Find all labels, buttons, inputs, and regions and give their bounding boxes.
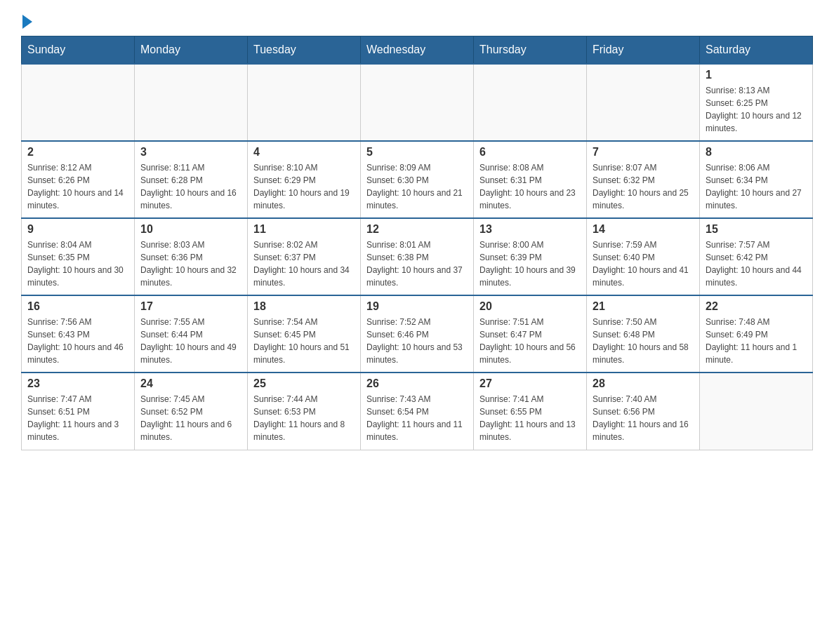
calendar-table: SundayMondayTuesdayWednesdayThursdayFrid… xyxy=(21,36,813,450)
day-info: Sunrise: 7:54 AM Sunset: 6:45 PM Dayligh… xyxy=(253,316,355,366)
calendar-cell xyxy=(22,64,135,141)
logo xyxy=(21,14,32,29)
calendar-cell: 10Sunrise: 8:03 AM Sunset: 6:36 PM Dayli… xyxy=(135,218,248,295)
day-number: 20 xyxy=(479,300,581,313)
column-header-wednesday: Wednesday xyxy=(361,36,474,65)
calendar-cell: 24Sunrise: 7:45 AM Sunset: 6:52 PM Dayli… xyxy=(135,373,248,450)
calendar-cell: 19Sunrise: 7:52 AM Sunset: 6:46 PM Dayli… xyxy=(361,295,474,373)
day-info: Sunrise: 8:12 AM Sunset: 6:26 PM Dayligh… xyxy=(27,161,128,212)
day-number: 24 xyxy=(140,377,241,390)
day-info: Sunrise: 8:04 AM Sunset: 6:35 PM Dayligh… xyxy=(27,239,128,289)
day-info: Sunrise: 7:55 AM Sunset: 6:44 PM Dayligh… xyxy=(140,316,241,366)
day-number: 22 xyxy=(706,300,807,313)
day-number: 11 xyxy=(253,223,355,236)
day-info: Sunrise: 8:09 AM Sunset: 6:30 PM Dayligh… xyxy=(366,161,468,212)
column-header-sunday: Sunday xyxy=(22,36,135,65)
day-info: Sunrise: 7:40 AM Sunset: 6:56 PM Dayligh… xyxy=(593,393,694,443)
day-info: Sunrise: 8:11 AM Sunset: 6:28 PM Dayligh… xyxy=(140,161,241,212)
day-number: 4 xyxy=(253,146,355,159)
day-info: Sunrise: 8:03 AM Sunset: 6:36 PM Dayligh… xyxy=(140,239,241,289)
calendar-cell: 22Sunrise: 7:48 AM Sunset: 6:49 PM Dayli… xyxy=(700,295,813,373)
day-number: 10 xyxy=(140,223,241,236)
logo-arrow-icon xyxy=(22,15,32,29)
calendar-cell: 11Sunrise: 8:02 AM Sunset: 6:37 PM Dayli… xyxy=(248,218,361,295)
day-number: 6 xyxy=(479,146,581,159)
day-number: 14 xyxy=(593,223,694,236)
day-number: 21 xyxy=(593,300,694,313)
week-row-1: 1Sunrise: 8:13 AM Sunset: 6:25 PM Daylig… xyxy=(22,64,813,141)
calendar-cell: 7Sunrise: 8:07 AM Sunset: 6:32 PM Daylig… xyxy=(587,141,700,218)
calendar-cell: 14Sunrise: 7:59 AM Sunset: 6:40 PM Dayli… xyxy=(587,218,700,295)
calendar-cell: 3Sunrise: 8:11 AM Sunset: 6:28 PM Daylig… xyxy=(135,141,248,218)
day-number: 23 xyxy=(27,377,128,390)
day-info: Sunrise: 8:06 AM Sunset: 6:34 PM Dayligh… xyxy=(706,161,807,212)
day-number: 27 xyxy=(479,377,581,390)
day-info: Sunrise: 7:50 AM Sunset: 6:48 PM Dayligh… xyxy=(593,316,694,366)
day-number: 25 xyxy=(253,377,355,390)
week-row-3: 9Sunrise: 8:04 AM Sunset: 6:35 PM Daylig… xyxy=(22,218,813,295)
calendar-cell: 25Sunrise: 7:44 AM Sunset: 6:53 PM Dayli… xyxy=(248,373,361,450)
day-number: 12 xyxy=(366,223,468,236)
calendar-cell: 16Sunrise: 7:56 AM Sunset: 6:43 PM Dayli… xyxy=(22,295,135,373)
day-info: Sunrise: 8:00 AM Sunset: 6:39 PM Dayligh… xyxy=(479,239,581,289)
column-header-thursday: Thursday xyxy=(474,36,587,65)
column-header-tuesday: Tuesday xyxy=(248,36,361,65)
day-number: 15 xyxy=(706,223,807,236)
day-info: Sunrise: 8:07 AM Sunset: 6:32 PM Dayligh… xyxy=(593,161,694,212)
calendar-cell: 18Sunrise: 7:54 AM Sunset: 6:45 PM Dayli… xyxy=(248,295,361,373)
calendar-cell: 26Sunrise: 7:43 AM Sunset: 6:54 PM Dayli… xyxy=(361,373,474,450)
calendar-cell: 1Sunrise: 8:13 AM Sunset: 6:25 PM Daylig… xyxy=(700,64,813,141)
calendar-cell: 2Sunrise: 8:12 AM Sunset: 6:26 PM Daylig… xyxy=(22,141,135,218)
calendar-cell: 5Sunrise: 8:09 AM Sunset: 6:30 PM Daylig… xyxy=(361,141,474,218)
day-number: 26 xyxy=(366,377,468,390)
day-number: 28 xyxy=(593,377,694,390)
calendar-cell xyxy=(361,64,474,141)
day-number: 19 xyxy=(366,300,468,313)
day-info: Sunrise: 7:43 AM Sunset: 6:54 PM Dayligh… xyxy=(366,393,468,443)
column-header-saturday: Saturday xyxy=(700,36,813,65)
day-number: 7 xyxy=(593,146,694,159)
calendar-cell xyxy=(248,64,361,141)
day-number: 16 xyxy=(27,300,128,313)
day-info: Sunrise: 7:45 AM Sunset: 6:52 PM Dayligh… xyxy=(140,393,241,443)
calendar-cell xyxy=(587,64,700,141)
calendar-cell: 4Sunrise: 8:10 AM Sunset: 6:29 PM Daylig… xyxy=(248,141,361,218)
day-number: 17 xyxy=(140,300,241,313)
week-row-2: 2Sunrise: 8:12 AM Sunset: 6:26 PM Daylig… xyxy=(22,141,813,218)
calendar-cell: 8Sunrise: 8:06 AM Sunset: 6:34 PM Daylig… xyxy=(700,141,813,218)
page-header xyxy=(21,14,813,29)
day-number: 5 xyxy=(366,146,468,159)
day-info: Sunrise: 8:02 AM Sunset: 6:37 PM Dayligh… xyxy=(253,239,355,289)
day-info: Sunrise: 8:13 AM Sunset: 6:25 PM Dayligh… xyxy=(706,84,807,135)
week-row-5: 23Sunrise: 7:47 AM Sunset: 6:51 PM Dayli… xyxy=(22,373,813,450)
day-info: Sunrise: 7:52 AM Sunset: 6:46 PM Dayligh… xyxy=(366,316,468,366)
day-number: 13 xyxy=(479,223,581,236)
day-info: Sunrise: 7:57 AM Sunset: 6:42 PM Dayligh… xyxy=(706,239,807,289)
calendar-header-row: SundayMondayTuesdayWednesdayThursdayFrid… xyxy=(22,36,813,65)
day-number: 2 xyxy=(27,146,128,159)
calendar-cell: 27Sunrise: 7:41 AM Sunset: 6:55 PM Dayli… xyxy=(474,373,587,450)
calendar-cell xyxy=(700,373,813,450)
calendar-cell xyxy=(474,64,587,141)
day-info: Sunrise: 7:56 AM Sunset: 6:43 PM Dayligh… xyxy=(27,316,128,366)
day-info: Sunrise: 8:10 AM Sunset: 6:29 PM Dayligh… xyxy=(253,161,355,212)
day-number: 8 xyxy=(706,146,807,159)
calendar-cell: 17Sunrise: 7:55 AM Sunset: 6:44 PM Dayli… xyxy=(135,295,248,373)
day-number: 9 xyxy=(27,223,128,236)
column-header-monday: Monday xyxy=(135,36,248,65)
calendar-cell: 28Sunrise: 7:40 AM Sunset: 6:56 PM Dayli… xyxy=(587,373,700,450)
calendar-cell xyxy=(135,64,248,141)
calendar-cell: 12Sunrise: 8:01 AM Sunset: 6:38 PM Dayli… xyxy=(361,218,474,295)
day-info: Sunrise: 7:51 AM Sunset: 6:47 PM Dayligh… xyxy=(479,316,581,366)
day-info: Sunrise: 7:48 AM Sunset: 6:49 PM Dayligh… xyxy=(706,316,807,366)
day-info: Sunrise: 7:59 AM Sunset: 6:40 PM Dayligh… xyxy=(593,239,694,289)
calendar-cell: 23Sunrise: 7:47 AM Sunset: 6:51 PM Dayli… xyxy=(22,373,135,450)
calendar-cell: 21Sunrise: 7:50 AM Sunset: 6:48 PM Dayli… xyxy=(587,295,700,373)
calendar-cell: 13Sunrise: 8:00 AM Sunset: 6:39 PM Dayli… xyxy=(474,218,587,295)
day-number: 1 xyxy=(706,69,807,81)
calendar-cell: 20Sunrise: 7:51 AM Sunset: 6:47 PM Dayli… xyxy=(474,295,587,373)
day-number: 18 xyxy=(253,300,355,313)
calendar-cell: 9Sunrise: 8:04 AM Sunset: 6:35 PM Daylig… xyxy=(22,218,135,295)
day-info: Sunrise: 8:01 AM Sunset: 6:38 PM Dayligh… xyxy=(366,239,468,289)
day-info: Sunrise: 8:08 AM Sunset: 6:31 PM Dayligh… xyxy=(479,161,581,212)
